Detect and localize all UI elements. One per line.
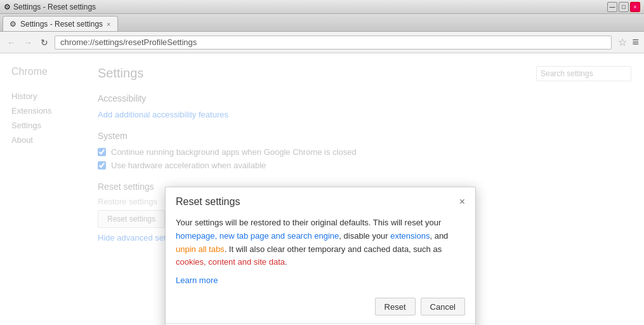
dialog-description: Your settings will be restored to their … [176, 216, 465, 269]
tab-close-button[interactable]: × [107, 20, 110, 28]
reset-button[interactable]: Reset [375, 298, 416, 315]
forward-button[interactable]: → [22, 36, 34, 49]
homepage-text: homepage, [176, 231, 217, 241]
learn-more-link[interactable]: Learn more [176, 275, 218, 285]
title-bar: ⚙ Settings - Reset settings — □ × [0, 0, 644, 14]
tab-label: Settings - Reset settings [20, 20, 103, 29]
new-tab-text: new tab page and search engine [220, 231, 339, 241]
close-window-button[interactable]: × [630, 2, 640, 12]
address-input[interactable]: chrome://settings/resetProfileSettings [55, 36, 612, 50]
title-bar-buttons: — □ × [607, 2, 640, 12]
dialog-title: Reset settings [176, 196, 240, 208]
dialog-header: Reset settings × [166, 187, 475, 214]
back-button[interactable]: ← [5, 36, 18, 49]
reset-settings-dialog: Reset settings × Your settings will be r… [165, 187, 476, 325]
unpin-tabs-text: unpin all tabs [176, 244, 225, 254]
address-bar: ← → ↻ chrome://settings/resetProfileSett… [0, 32, 644, 53]
maximize-button[interactable]: □ [619, 2, 629, 12]
bookmark-button[interactable]: ☆ [618, 36, 627, 48]
minimize-button[interactable]: — [607, 2, 617, 12]
cookies-text: cookies, content and site data [176, 257, 285, 267]
chrome-menu-button[interactable]: ≡ [632, 36, 639, 49]
tab-icon: ⚙ [10, 20, 16, 29]
dialog-body: Your settings will be restored to their … [166, 214, 475, 293]
main-layout: Chrome History Extensions Settings About… [0, 53, 644, 325]
title-bar-icon: ⚙ [4, 3, 11, 11]
title-bar-text: Settings - Reset settings [13, 3, 607, 11]
address-text: chrome://settings/resetProfileSettings [60, 37, 197, 47]
cancel-button[interactable]: Cancel [421, 298, 465, 315]
extensions-text: extensions [390, 231, 430, 241]
dialog-close-button[interactable]: × [459, 197, 465, 207]
reload-button[interactable]: ↻ [38, 36, 51, 49]
tab-bar: ⚙ Settings - Reset settings × [0, 14, 644, 32]
active-tab[interactable]: ⚙ Settings - Reset settings × [3, 16, 118, 31]
dialog-footer: Reset Cancel [166, 293, 475, 323]
